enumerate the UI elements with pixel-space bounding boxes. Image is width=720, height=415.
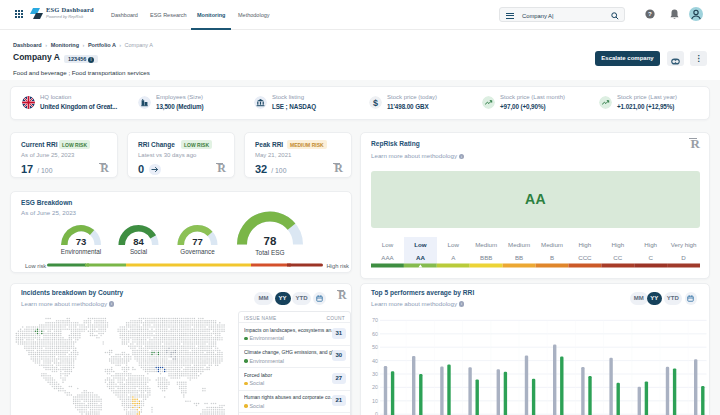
svg-text:?: ? [648,10,652,17]
